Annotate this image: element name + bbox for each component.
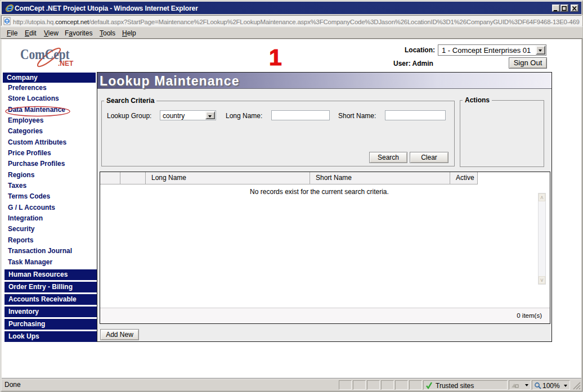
svg-text:.NET: .NET: [58, 60, 74, 67]
